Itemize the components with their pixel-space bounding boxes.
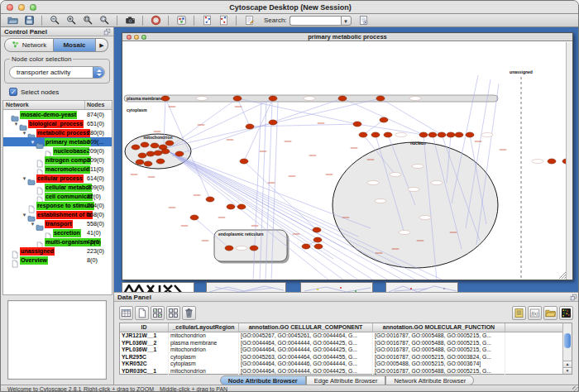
graph-node[interactable]: [146, 151, 155, 156]
annotation-button[interactable]: [242, 14, 256, 26]
table-row[interactable]: YJR121W__1mitochondrion[GO:0045267, GO:0…: [120, 332, 572, 340]
matrix-view-button[interactable]: [559, 306, 573, 320]
tree-row[interactable]: secretion41(0): [3, 228, 112, 237]
tree-row[interactable]: unassigned223(0): [3, 246, 112, 256]
graph-node[interactable]: [175, 151, 184, 156]
table-row[interactable]: YKR052Ccytoplasm[GO:0044464, GO:0044446,…: [120, 361, 572, 368]
graph-node[interactable]: [338, 96, 347, 101]
canvas-resize-grip[interactable]: [559, 272, 566, 279]
graph-node[interactable]: [548, 159, 556, 164]
scroll-up-button[interactable]: ▲: [563, 361, 572, 367]
select-attributes-button[interactable]: [151, 306, 165, 320]
graph-node[interactable]: [227, 204, 235, 209]
tab-node-attribute-browser[interactable]: Node Attribute Browser: [220, 375, 306, 385]
node-color-dropdown[interactable]: transporter activity: [9, 66, 105, 79]
save-session-button[interactable]: [22, 14, 36, 26]
background-window-fragment[interactable]: [122, 282, 194, 292]
background-window-fragment[interactable]: [300, 282, 373, 292]
tab-network-attribute-browser[interactable]: Network Attribute Browser: [385, 375, 474, 385]
open-session-button[interactable]: [5, 14, 20, 26]
network-view-window[interactable]: primary metabolic process plasma membran…: [122, 32, 573, 280]
tree-row[interactable]: ▼establishment of lo558(0): [3, 210, 112, 219]
delete-attribute-button[interactable]: [182, 306, 196, 320]
tree-row[interactable]: nucleobase-209(0): [3, 146, 112, 155]
graph-node[interactable]: [161, 149, 170, 154]
tree-row[interactable]: ▼biological_process651(0): [3, 119, 112, 128]
unselect-attributes-button[interactable]: [166, 306, 180, 320]
graph-node[interactable]: [419, 132, 428, 137]
tree-column-nodes[interactable]: Nodes: [85, 101, 112, 109]
birdseye-view[interactable]: [7, 300, 107, 380]
graph-node[interactable]: [353, 122, 361, 127]
graph-node[interactable]: [384, 132, 392, 137]
search-dropdown-button[interactable]: ▼: [341, 16, 352, 26]
tree-row[interactable]: cell communicat22(0): [3, 192, 112, 201]
tree-expander-icon[interactable]: ▼: [30, 140, 36, 145]
graph-node[interactable]: [376, 96, 385, 101]
tree-row[interactable]: cellular metabol209(0): [3, 183, 112, 192]
search-input[interactable]: [290, 16, 341, 26]
new-attribute-button[interactable]: [135, 306, 149, 320]
graph-node[interactable]: [233, 96, 242, 101]
graph-node[interactable]: [165, 141, 174, 146]
graph-node[interactable]: [156, 159, 165, 164]
graph-node[interactable]: [269, 120, 277, 125]
tab-network[interactable]: Network: [4, 38, 54, 52]
zoom-fit-button[interactable]: [80, 14, 95, 26]
graph-node[interactable]: [240, 159, 248, 164]
tab-overflow-button[interactable]: ▶: [96, 38, 108, 52]
graph-node[interactable]: [428, 132, 437, 137]
graph-node[interactable]: [206, 197, 214, 202]
tree-row[interactable]: ▼cellular process614(0): [3, 174, 112, 183]
tree-expander-icon[interactable]: ▼: [22, 213, 27, 218]
network-canvas[interactable]: plasma membranecytoplasmmitochondrionnuc…: [122, 42, 567, 280]
attribute-table-button[interactable]: [119, 306, 133, 320]
table-row[interactable]: YLR295Ccytoplasm[GO:0045263, GO:0044464,…: [120, 354, 572, 361]
graph-node[interactable]: [438, 132, 446, 137]
graph-node[interactable]: [269, 96, 277, 101]
tab-edge-attribute-browser[interactable]: Edge Attribute Browser: [306, 375, 386, 385]
graph-node[interactable]: [138, 153, 146, 158]
graph-node[interactable]: [151, 143, 159, 148]
graph-node[interactable]: [380, 117, 388, 122]
vizmapper-button[interactable]: [174, 14, 189, 26]
layout-button-1[interactable]: [199, 14, 214, 26]
tree-row[interactable]: response to stimulu264(0): [3, 201, 112, 210]
graph-node[interactable]: [154, 151, 162, 155]
table-column-header[interactable]: annotation.GO MOLECULAR_FUNCTION: [373, 323, 505, 332]
table-column-header[interactable]: annotation.GO CELLULAR_COMPONENT: [239, 323, 373, 332]
table-row[interactable]: YPL036W__2plasma membrane[GO:0044464, GO…: [120, 340, 572, 347]
graph-node[interactable]: [246, 124, 254, 129]
graph-node[interactable]: [314, 244, 323, 249]
graph-node[interactable]: [359, 132, 367, 137]
tree-row[interactable]: ▼primary metabo209(...: [3, 137, 112, 146]
graph-node[interactable]: [161, 96, 170, 101]
session-note-button[interactable]: [356, 14, 371, 26]
graph-node[interactable]: [466, 132, 474, 137]
table-column-header[interactable]: ID: [120, 323, 169, 332]
graph-node[interactable]: [250, 246, 258, 251]
tree-row[interactable]: multi-organism pro42(0): [3, 237, 112, 246]
graph-node[interactable]: [141, 142, 149, 147]
scroll-down-button[interactable]: ▼: [563, 367, 572, 374]
zoom-selected-button[interactable]: [97, 14, 112, 26]
canvas-vertical-scrollbar[interactable]: [566, 42, 572, 280]
tab-mosaic[interactable]: Mosaic: [54, 38, 96, 52]
function-builder-button[interactable]: f(x): [528, 306, 542, 320]
scrollbar-thumb[interactable]: [564, 333, 571, 348]
tree-row[interactable]: macromolecule311(0): [3, 165, 112, 174]
help-button[interactable]: [148, 14, 163, 26]
float-panel-icon[interactable]: [103, 28, 111, 36]
layout-button-2[interactable]: [216, 14, 231, 26]
graph-node[interactable]: [237, 204, 246, 209]
float-panel-icon[interactable]: [570, 294, 577, 301]
background-window-fragment[interactable]: [385, 282, 458, 292]
background-window-fragment[interactable]: [206, 282, 286, 292]
tree-column-network[interactable]: Network: [3, 101, 85, 109]
table-row[interactable]: YPL036W__1mitochondrion[GO:0044464, GO:0…: [120, 347, 572, 354]
tree-expander-icon[interactable]: ▼: [13, 122, 19, 127]
tree-row[interactable]: ▼transport558(0): [3, 219, 112, 228]
network-window-titlebar[interactable]: primary metabolic process: [122, 33, 572, 41]
graph-node[interactable]: [225, 246, 233, 251]
graph-node[interactable]: [313, 227, 321, 232]
